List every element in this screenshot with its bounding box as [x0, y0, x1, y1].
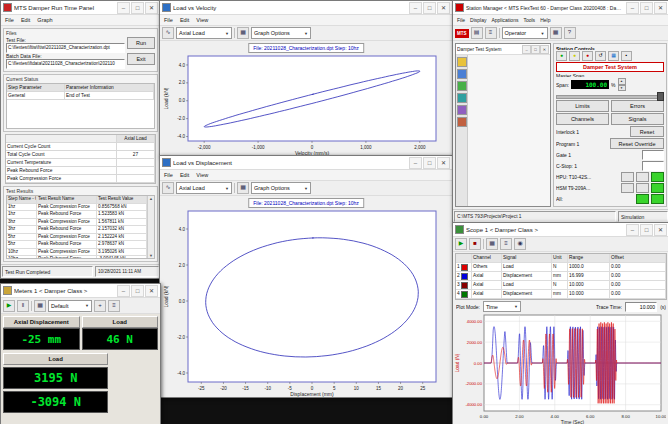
test-result-row[interactable]: 10hzPeak Rebound Force-3.094145 kN: [7, 256, 147, 258]
list-icon[interactable]: ≡: [500, 238, 512, 250]
menu-view[interactable]: View: [196, 17, 208, 23]
scope-range-cell[interactable]: 16.999: [568, 272, 610, 281]
counter-row[interactable]: Peak Compression Force: [6, 175, 155, 183]
current-status-row[interactable]: GeneralEnd of Test: [7, 92, 154, 100]
counter-row[interactable]: Current Temperature: [6, 159, 155, 167]
grid-icon[interactable]: ▦: [237, 182, 249, 194]
message-log-icon[interactable]: [457, 105, 467, 115]
settings-icon[interactable]: ≡: [108, 300, 120, 312]
graph-options-combo[interactable]: Graph Options▼: [251, 27, 311, 39]
scroll-up-icon[interactable]: ▲: [149, 196, 153, 201]
grid-icon[interactable]: ▦: [34, 300, 46, 312]
power-off-icon[interactable]: ●: [556, 51, 567, 61]
detectors-icon[interactable]: [457, 117, 467, 127]
signal-wave-icon[interactable]: ∿: [162, 27, 174, 39]
decrement-icon[interactable]: ▼: [618, 85, 626, 92]
scope-signal-cell[interactable]: Displacement: [502, 272, 552, 281]
maximize-icon[interactable]: □: [131, 285, 144, 297]
displacement-titlebar[interactable]: Load vs Displacement –□✕: [160, 156, 452, 170]
scope-channel-row[interactable]: 2AxialDisplacementmm16.9990.00: [456, 272, 666, 281]
close-icon[interactable]: ✕: [437, 157, 450, 169]
station-setup-icon[interactable]: [457, 57, 467, 67]
span-stepper[interactable]: ▲▼: [618, 78, 626, 91]
runtime-titlebar[interactable]: MTS Damper Run Time Panel – □ ✕: [1, 1, 160, 15]
hsm-low-button[interactable]: [636, 183, 649, 193]
close-icon[interactable]: ✕: [437, 2, 450, 14]
scope-channel-table[interactable]: ChannelSignalUnitRangeOffset 1OthersLoad…: [455, 253, 667, 300]
test-result-row[interactable]: 5hzPeak Rebound Force2.978637 kN: [7, 241, 147, 249]
open-icon[interactable]: ▤: [471, 27, 483, 39]
hsm-off-button[interactable]: [621, 183, 634, 193]
scope-range-cell[interactable]: 1000.0: [568, 263, 610, 272]
test-result-row[interactable]: 1hzPeak Compression Force0.8567568 kN: [7, 204, 147, 212]
help-icon[interactable]: ?: [564, 27, 576, 39]
meter-header[interactable]: Load: [3, 353, 108, 365]
access-level-combo[interactable]: Operator▼: [502, 27, 548, 39]
stop-icon[interactable]: ■: [469, 238, 481, 250]
test-result-row[interactable]: 10hzPeak Compression Force3.195026 kN: [7, 249, 147, 257]
signal-scope-icon[interactable]: [457, 69, 467, 79]
minimize-icon[interactable]: –: [117, 2, 130, 14]
minimize-icon[interactable]: –: [409, 2, 422, 14]
menu-file[interactable]: File: [5, 17, 14, 23]
minimize-icon[interactable]: –: [626, 224, 639, 236]
scope-channel-cell[interactable]: Axial: [472, 281, 502, 290]
scope-signal-cell[interactable]: Load: [502, 263, 552, 272]
scope-range-cell[interactable]: 10.000: [568, 290, 610, 299]
maximize-icon[interactable]: □: [423, 2, 436, 14]
scope-channel-row[interactable]: 3AxialLoadN10.0000.00: [456, 281, 666, 290]
trace-time-value[interactable]: 10.000: [625, 302, 657, 312]
add-meter-icon[interactable]: +: [94, 300, 106, 312]
menu-help[interactable]: Help: [540, 17, 550, 23]
reset-button[interactable]: Reset: [630, 126, 664, 137]
grid-icon[interactable]: ▦: [486, 238, 498, 250]
test-system-indicator[interactable]: Damper Test System: [556, 62, 664, 72]
test-result-row[interactable]: 5hzPeak Compression Force2.152224 kN: [7, 234, 147, 242]
minimize-icon[interactable]: –: [522, 45, 531, 54]
scope-offset-cell[interactable]: 0.00: [610, 281, 666, 290]
reset-override-button[interactable]: Reset Override: [610, 138, 664, 149]
scope-titlebar[interactable]: Scope 1 < Damper Class > –□✕: [453, 223, 668, 237]
hpu-low-button[interactable]: [636, 172, 649, 182]
hpu-high-button[interactable]: [651, 172, 664, 182]
plot-mode-combo[interactable]: Time▼: [483, 301, 521, 312]
all-high-button[interactable]: [651, 194, 664, 204]
menu-edit[interactable]: Edit: [21, 17, 30, 23]
layout-combo[interactable]: Default▼: [48, 300, 92, 312]
meter-header[interactable]: Axial Displacement: [3, 316, 80, 328]
minimize-icon[interactable]: –: [626, 2, 639, 14]
signals-button[interactable]: Signals: [611, 113, 664, 125]
all-low-button[interactable]: [636, 194, 649, 204]
inner-window-titlebar[interactable]: Damper Test System – □ ✕: [456, 44, 550, 55]
minimize-icon[interactable]: –: [409, 157, 422, 169]
maximize-icon[interactable]: □: [531, 45, 540, 54]
start-icon[interactable]: ▶: [3, 300, 15, 312]
signal-wave-icon[interactable]: ∿: [162, 182, 174, 194]
close-icon[interactable]: ✕: [145, 2, 158, 14]
scope-range-cell[interactable]: 10.000: [568, 281, 610, 290]
span-slider[interactable]: [556, 92, 664, 99]
start-icon[interactable]: ▶: [455, 238, 467, 250]
power-low-icon[interactable]: ●: [569, 51, 580, 61]
close-icon[interactable]: ✕: [145, 285, 158, 297]
maximize-icon[interactable]: □: [131, 2, 144, 14]
scope-signal-cell[interactable]: Displacement: [502, 290, 552, 299]
velocity-titlebar[interactable]: Load vs Velocity –□✕: [160, 1, 452, 15]
scope-offset-cell[interactable]: 0.00: [610, 272, 666, 281]
current-status-table[interactable]: Step Parameter Parameter Information Gen…: [6, 83, 155, 129]
channels-button[interactable]: Channels: [556, 113, 609, 125]
scope-channel-row[interactable]: 1OthersLoadN1000.00.00: [456, 263, 666, 272]
menu-file[interactable]: File: [164, 17, 173, 23]
minimize-icon[interactable]: –: [117, 285, 130, 297]
scope-channel-cell[interactable]: Axial: [472, 272, 502, 281]
meters-titlebar[interactable]: Meters 1 < Damper Class > –□✕: [1, 284, 160, 298]
channel-combo[interactable]: Axial Load▼: [176, 27, 232, 39]
menu-file[interactable]: File: [457, 17, 465, 23]
setup-icon[interactable]: ▦: [608, 51, 619, 61]
lock-icon[interactable]: ▪: [621, 51, 632, 61]
power-high-icon[interactable]: ●: [582, 51, 593, 61]
scope-channel-cell[interactable]: Axial: [472, 290, 502, 299]
new-window-icon[interactable]: ▦: [550, 27, 562, 39]
grid-icon[interactable]: ▦: [237, 27, 249, 39]
test-result-row[interactable]: 1hzPeak Rebound Force1.523583 kN: [7, 211, 147, 219]
